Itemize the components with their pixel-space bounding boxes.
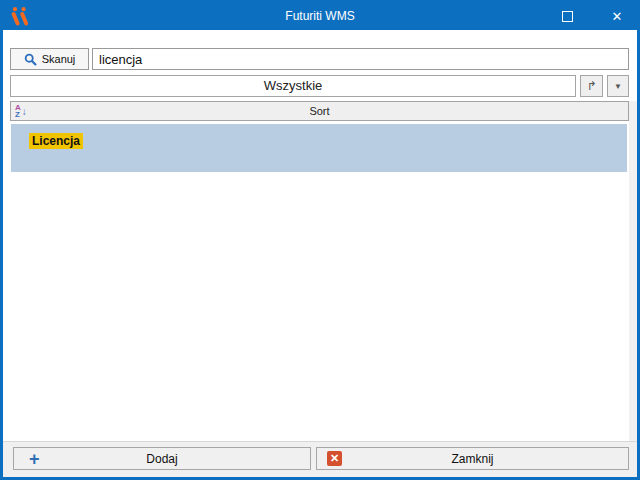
match-highlight: Licencja [29,133,83,149]
chevron-down-icon: ▼ [614,82,622,91]
list-item-licencja[interactable]: Licencja [11,124,627,172]
futuriti-logo-icon [9,6,33,27]
close-button[interactable]: ✕ [597,3,637,30]
titlebar: Futuriti WMS ✕ [3,3,637,30]
filter-value: Wszystkie [264,78,323,93]
add-button[interactable]: + Dodaj [13,447,311,470]
app-window: Futuriti WMS ✕ Skanuj Wszystkie ↱ ▼ A [0,0,640,480]
maximize-button[interactable] [547,3,587,30]
add-button-label: Dodaj [14,452,310,466]
sort-arrow-glyph: ↓ [22,106,27,117]
plus-icon: + [29,450,40,468]
sort-az-icon: A Z ↓ [15,104,27,118]
search-icon [24,53,37,66]
close-window-button[interactable]: ✕ Zamknij [316,447,629,470]
sort-z-glyph: Z [15,111,21,118]
sort-header-label: Sort [11,105,628,117]
scan-button-label: Skanuj [42,53,76,65]
search-input[interactable] [92,48,629,70]
scrollbar-gutter[interactable] [629,101,637,441]
close-button-label: Zamknij [317,452,628,466]
maximize-icon [562,11,573,22]
filter-combobox[interactable]: Wszystkie [10,75,576,97]
sort-header[interactable]: A Z ↓ Sort [10,101,629,121]
jump-arrow-icon: ↱ [586,79,596,93]
close-x-icon: ✕ [327,451,342,466]
close-icon: ✕ [612,9,623,24]
window-title: Futuriti WMS [3,3,637,30]
results-list: Licencja [8,123,629,441]
filter-dropdown-button[interactable]: ▼ [607,75,629,97]
jump-button[interactable]: ↱ [580,75,603,97]
scan-button[interactable]: Skanuj [10,48,89,70]
